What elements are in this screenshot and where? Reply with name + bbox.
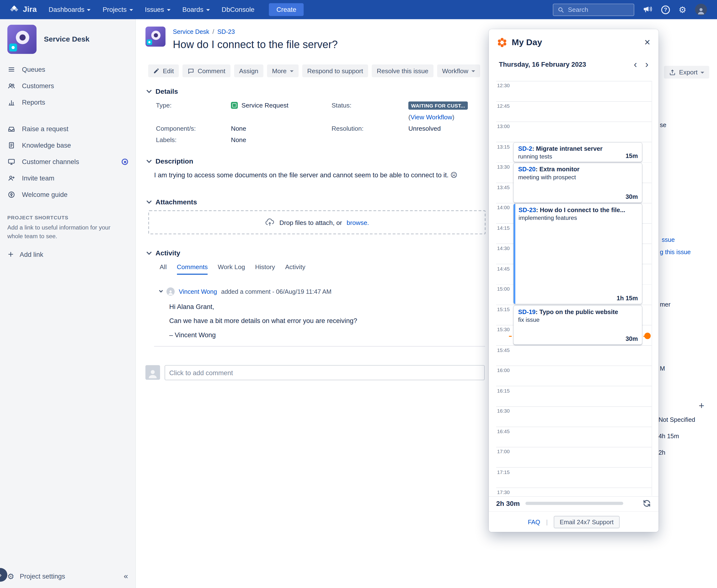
my-day-title: My Day [512, 38, 542, 48]
calendar-event-sd19[interactable]: SD-19: Typo on the public website fix is… [513, 306, 642, 344]
status-label: Status: [331, 102, 408, 109]
time-label: 16:15 [497, 388, 510, 393]
time-label: 13:45 [497, 184, 510, 190]
edit-button[interactable]: Edit [148, 64, 179, 77]
nav-projects[interactable]: Projects [103, 6, 133, 13]
right-rail-fragment: M [660, 365, 665, 372]
nav-dbconsole[interactable]: DbConsole [222, 6, 254, 13]
footer-divider: | [546, 518, 548, 525]
calendar-event-sd20[interactable]: SD-20: Extra monitor meeting with prospe… [513, 163, 642, 203]
create-button[interactable]: Create [269, 3, 304, 16]
time-label: 14:45 [497, 266, 510, 271]
cloud-upload-icon [265, 217, 275, 227]
current-user-avatar [145, 365, 160, 380]
raise-request-icon [7, 125, 16, 133]
event-duration: 15m [626, 153, 638, 160]
my-day-header: My Day × [489, 29, 658, 48]
time-label: 16:00 [497, 368, 510, 373]
sidebar-item-welcome-guide[interactable]: Welcome guide [0, 187, 136, 203]
workflow-button[interactable]: Workflow [437, 64, 480, 77]
view-workflow-link[interactable]: View Workflow [410, 113, 452, 121]
attachment-dropzone[interactable]: Drop files to attach, or browse. [148, 210, 486, 234]
user-avatar[interactable] [695, 4, 707, 16]
export-button[interactable]: Export [664, 66, 710, 79]
project-settings-button[interactable]: ⚙ Project settings « [0, 569, 136, 584]
time-label: 16:30 [497, 408, 510, 414]
issue-title: How do I connect to the file server? [173, 38, 338, 51]
sidebar-item-queues[interactable]: Queues [0, 61, 136, 78]
email-support-button[interactable]: Email 24x7 Support [554, 516, 619, 528]
top-navigation: Jira Dashboards Projects Issues Boards D… [0, 0, 717, 19]
more-button[interactable]: More [267, 64, 298, 77]
time-label: 15:45 [497, 347, 510, 353]
nav-boards[interactable]: Boards [182, 6, 210, 13]
tab-history[interactable]: History [255, 263, 275, 275]
tab-all[interactable]: All [160, 263, 167, 275]
tab-work-log[interactable]: Work Log [218, 263, 245, 275]
search-icon [557, 6, 564, 13]
refresh-icon[interactable] [642, 499, 651, 508]
brand-name: Jira [23, 5, 37, 14]
right-rail-link-fragment[interactable]: ssue [662, 236, 675, 243]
help-icon[interactable]: ? [661, 5, 670, 14]
assign-button[interactable]: Assign [234, 64, 263, 77]
previous-day-icon[interactable]: ‹ [634, 59, 637, 69]
nav-right-cluster: ? ⚙ [553, 3, 707, 16]
jira-logo[interactable]: Jira [9, 5, 37, 15]
plus-icon [7, 251, 14, 258]
chevron-down-icon [146, 198, 151, 204]
project-sidebar: Service Desk Queues Customers Reports Ra… [0, 19, 136, 588]
collapse-sidebar-icon[interactable]: « [124, 572, 128, 581]
close-icon[interactable]: × [644, 38, 650, 48]
comment-button[interactable]: Comment [183, 64, 230, 77]
person-icon [696, 6, 705, 16]
tab-activity[interactable]: Activity [285, 263, 305, 275]
commenter-avatar [167, 288, 175, 296]
type-label: Type: [156, 102, 231, 109]
search-input[interactable] [568, 6, 626, 13]
add-time-plus-icon[interactable]: + [699, 400, 704, 411]
browse-link[interactable]: browse. [347, 218, 369, 226]
breadcrumb: Service Desk / SD-23 [173, 28, 338, 35]
sidebar-item-reports[interactable]: Reports [0, 94, 136, 111]
sidebar-item-raise-request[interactable]: Raise a request [0, 121, 136, 137]
day-calendar-grid: 12:30 12:45 13:00 13:15 13:30 13:45 14:0… [496, 81, 652, 496]
component-value: None [231, 125, 331, 132]
comment-author-link[interactable]: Vincent Wong [179, 288, 217, 295]
chevron-down-icon [701, 72, 704, 74]
sidebar-item-knowledge-base[interactable]: Knowledge base [0, 137, 136, 153]
calendar-event-sd2[interactable]: SD-2: Migrate intranet server running te… [513, 143, 642, 162]
breadcrumb-issue-key[interactable]: SD-23 [217, 28, 235, 35]
queues-icon [7, 65, 16, 74]
nav-issues[interactable]: Issues [145, 6, 170, 13]
customer-channels-icon [7, 158, 16, 166]
chevron-down-icon [146, 88, 151, 93]
gear-icon[interactable]: ⚙ [679, 5, 686, 14]
respond-to-support-button[interactable]: Respond to support [302, 64, 368, 77]
project-avatar-small[interactable] [145, 26, 166, 47]
chevron-down-icon [146, 250, 151, 255]
breadcrumb-project[interactable]: Service Desk [173, 28, 209, 35]
project-shortcuts-description: Add a link to useful information for you… [0, 220, 136, 241]
tab-comments[interactable]: Comments [177, 263, 208, 275]
resolve-issue-button[interactable]: Resolve this issue [372, 64, 433, 77]
calendar-event-sd23[interactable]: SD-23: How do I connect to the file... i… [513, 204, 642, 304]
right-rail-link-fragment[interactable]: g this issue [660, 249, 691, 255]
right-rail-fragment: Not Specified [658, 416, 695, 423]
type-value: Service Request [231, 102, 331, 109]
chevron-down-icon [206, 9, 210, 11]
sidebar-item-customer-channels[interactable]: Customer channels [0, 154, 136, 170]
add-link-button[interactable]: Add link [0, 251, 136, 258]
jira-page: Jira Dashboards Projects Issues Boards D… [0, 0, 717, 588]
sidebar-item-invite-team[interactable]: Invite team [0, 170, 136, 187]
sidebar-item-customers[interactable]: Customers [0, 78, 136, 94]
chevron-down-icon[interactable] [159, 289, 163, 293]
faq-link[interactable]: FAQ [528, 519, 540, 525]
invite-team-icon [7, 174, 16, 182]
global-search[interactable] [553, 3, 634, 16]
feedback-megaphone-icon[interactable] [643, 5, 653, 15]
chevron-down-icon [146, 158, 151, 163]
nav-dashboards[interactable]: Dashboards [48, 6, 91, 13]
add-comment-input[interactable] [165, 365, 485, 380]
next-day-icon[interactable]: › [645, 59, 648, 69]
